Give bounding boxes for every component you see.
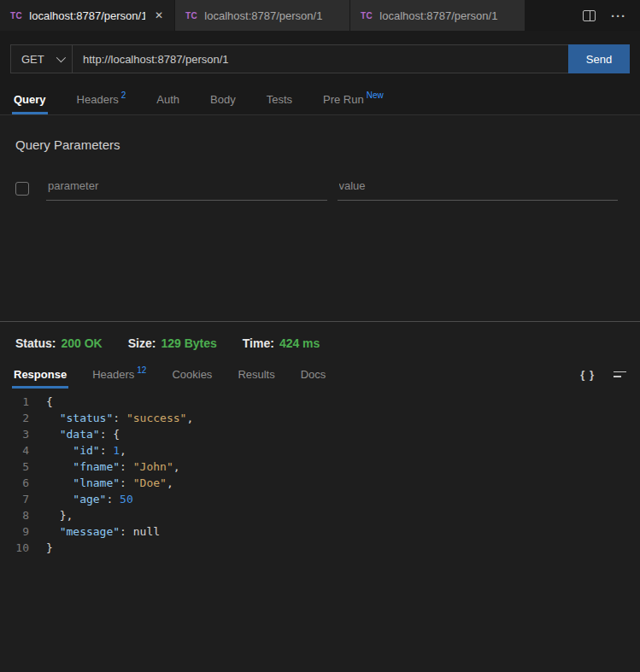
code-text: "lname": "Doe", bbox=[29, 475, 173, 491]
time-label: Time: bbox=[243, 336, 274, 350]
line-number: 6 bbox=[0, 475, 29, 491]
code-text: "fname": "John", bbox=[29, 459, 180, 475]
tab-headers[interactable]: Headers2 bbox=[77, 84, 126, 114]
response-tabs: Response Headers12 Cookies Results Docs … bbox=[0, 359, 640, 389]
send-button[interactable]: Send bbox=[568, 44, 630, 73]
line-number: 3 bbox=[0, 426, 29, 442]
line-number: 4 bbox=[0, 442, 29, 459]
tab-response[interactable]: Response bbox=[14, 359, 67, 389]
chevron-down-icon bbox=[56, 53, 66, 62]
tab-response-headers[interactable]: Headers12 bbox=[92, 359, 146, 389]
url-input[interactable] bbox=[73, 45, 568, 73]
tab-docs[interactable]: Docs bbox=[301, 359, 326, 389]
tab-label: Tests bbox=[267, 93, 292, 106]
status-value: 200 OK bbox=[61, 336, 102, 350]
tab-results[interactable]: Results bbox=[238, 359, 274, 389]
editor-tab-title: localhost:8787/person/1 bbox=[204, 9, 341, 22]
tab-label: Headers bbox=[92, 368, 134, 381]
editor-tab-title: localhost:8787/person/1 bbox=[29, 9, 145, 22]
parameter-value-input[interactable] bbox=[338, 176, 619, 201]
status-label: Status: bbox=[15, 336, 56, 350]
more-actions-icon[interactable]: ··· bbox=[611, 9, 626, 22]
tab-label: Body bbox=[210, 93, 236, 106]
tab-label: Auth bbox=[156, 93, 179, 106]
thunder-client-icon: TC bbox=[185, 11, 197, 20]
split-editor-icon[interactable] bbox=[583, 10, 596, 21]
response-actions: { } bbox=[351, 359, 640, 389]
editor-tab-1[interactable]: TC localhost:8787/person/1 ✕ bbox=[0, 0, 175, 31]
code-line: 9 "message": null bbox=[0, 523, 640, 540]
headers-count-badge: 2 bbox=[121, 91, 126, 100]
response-size: Size: 129 Bytes bbox=[128, 336, 217, 350]
query-parameters-panel: Query Parameters bbox=[0, 115, 640, 321]
tab-label: Docs bbox=[301, 368, 326, 381]
format-json-icon[interactable]: { } bbox=[580, 368, 595, 381]
tab-label: Results bbox=[238, 368, 274, 381]
tab-pre-run[interactable]: Pre RunNew bbox=[323, 84, 384, 114]
code-line: 10} bbox=[0, 540, 640, 556]
code-text: }, bbox=[29, 507, 73, 523]
line-number: 7 bbox=[0, 491, 29, 507]
code-text: "id": 1, bbox=[29, 442, 126, 459]
tab-auth[interactable]: Auth bbox=[156, 84, 179, 114]
tab-label: Query bbox=[14, 93, 46, 106]
wrap-lines-icon[interactable] bbox=[614, 371, 626, 377]
code-text: "status": "success", bbox=[29, 410, 193, 426]
line-number: 5 bbox=[0, 459, 29, 475]
method-dropdown[interactable]: GET bbox=[11, 45, 73, 73]
code-line: 4 "id": 1, bbox=[0, 442, 640, 459]
editor-tab-title: localhost:8787/person/1 bbox=[379, 9, 516, 22]
response-body-viewer[interactable]: 1{2 "status": "success",3 "data": {4 "id… bbox=[0, 389, 640, 672]
line-number: 9 bbox=[0, 523, 29, 540]
size-value: 129 Bytes bbox=[161, 336, 216, 350]
editor-tab-strip: TC localhost:8787/person/1 ✕ TC localhos… bbox=[0, 0, 640, 31]
tab-tests[interactable]: Tests bbox=[267, 84, 292, 114]
parameter-checkbox[interactable] bbox=[15, 182, 29, 196]
code-text: "age": 50 bbox=[29, 491, 133, 507]
time-value: 424 ms bbox=[279, 336, 320, 350]
method-label: GET bbox=[21, 53, 44, 66]
code-text: "message": null bbox=[29, 523, 160, 540]
line-number: 10 bbox=[0, 540, 29, 556]
tab-label: Headers bbox=[77, 93, 119, 106]
line-number: 1 bbox=[0, 394, 29, 410]
editor-tab-2[interactable]: TC localhost:8787/person/1 bbox=[175, 0, 350, 31]
status-code: Status: 200 OK bbox=[15, 336, 103, 350]
new-badge: New bbox=[367, 91, 384, 100]
line-number: 8 bbox=[0, 507, 29, 523]
headers-count-badge: 12 bbox=[137, 365, 146, 375]
tab-label: Cookies bbox=[172, 368, 212, 381]
parameter-row bbox=[15, 176, 618, 201]
code-line: 7 "age": 50 bbox=[0, 491, 640, 507]
size-label: Size: bbox=[128, 336, 156, 350]
code-line: 5 "fname": "John", bbox=[0, 459, 640, 475]
tab-body[interactable]: Body bbox=[210, 84, 236, 114]
tab-cookies[interactable]: Cookies bbox=[172, 359, 212, 389]
code-text: "data": { bbox=[29, 426, 120, 442]
editor-tab-3[interactable]: TC localhost:8787/person/1 bbox=[350, 0, 526, 31]
thunder-client-icon: TC bbox=[361, 11, 373, 20]
request-tabs: Query Headers2 Auth Body Tests Pre RunNe… bbox=[0, 84, 640, 115]
response-time: Time: 424 ms bbox=[243, 336, 320, 350]
code-line: 6 "lname": "Doe", bbox=[0, 475, 640, 491]
request-bar: GET Send bbox=[0, 31, 640, 84]
parameter-name-input[interactable] bbox=[46, 176, 327, 201]
close-icon[interactable]: ✕ bbox=[152, 8, 166, 23]
code-text: { bbox=[29, 394, 53, 410]
code-line: 1{ bbox=[0, 394, 640, 410]
response-status-bar: Status: 200 OK Size: 129 Bytes Time: 424… bbox=[0, 322, 640, 359]
code-line: 2 "status": "success", bbox=[0, 410, 640, 426]
tab-query[interactable]: Query bbox=[14, 84, 46, 114]
thunder-client-icon: TC bbox=[10, 11, 22, 20]
tab-label: Pre Run bbox=[323, 93, 364, 106]
tab-label: Response bbox=[14, 368, 67, 381]
code-text: } bbox=[29, 540, 53, 556]
code-line: 8 }, bbox=[0, 507, 640, 523]
code-line: 3 "data": { bbox=[0, 426, 640, 442]
query-parameters-heading: Query Parameters bbox=[15, 137, 618, 152]
tab-strip-actions: ··· bbox=[526, 0, 640, 31]
line-number: 2 bbox=[0, 410, 29, 426]
